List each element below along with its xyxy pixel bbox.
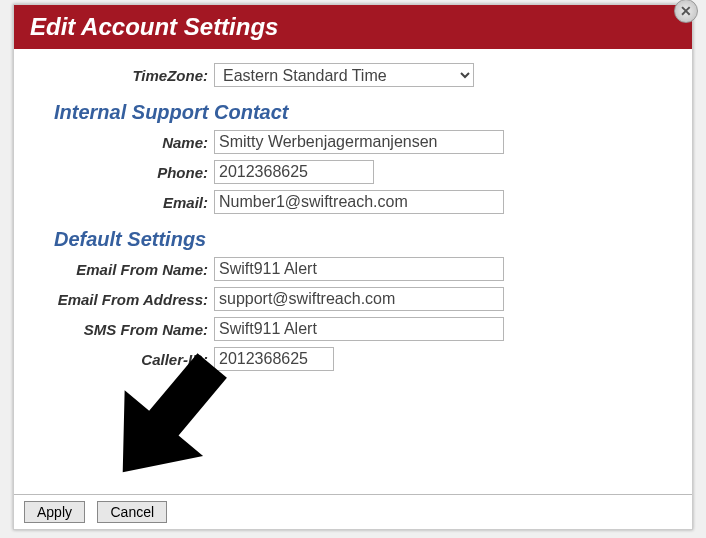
contact-phone-label: Phone:	[34, 164, 214, 181]
section-title-contact: Internal Support Contact	[54, 101, 672, 124]
smsfromname-input[interactable]	[214, 317, 504, 341]
callerid-label: Caller-ID:	[34, 351, 214, 368]
emailfromname-input[interactable]	[214, 257, 504, 281]
contact-name-label: Name:	[34, 134, 214, 151]
apply-button[interactable]: Apply	[24, 501, 85, 523]
contact-name-input[interactable]	[214, 130, 504, 154]
cancel-button[interactable]: Cancel	[97, 501, 167, 523]
dialog-footer: Apply Cancel	[14, 494, 692, 529]
emailfromname-label: Email From Name:	[34, 261, 214, 278]
emailfromaddr-input[interactable]	[214, 287, 504, 311]
close-icon[interactable]: ✕	[674, 0, 698, 23]
smsfromname-label: SMS From Name:	[34, 321, 214, 338]
contact-phone-input[interactable]	[214, 160, 374, 184]
dialog-title: Edit Account Settings	[14, 5, 692, 49]
callerid-input[interactable]	[214, 347, 334, 371]
emailfromaddr-label: Email From Address:	[34, 291, 214, 308]
timezone-select[interactable]: Eastern Standard Time	[214, 63, 474, 87]
contact-email-input[interactable]	[214, 190, 504, 214]
section-title-defaults: Default Settings	[54, 228, 672, 251]
dialog-content: TimeZone: Eastern Standard Time Internal…	[14, 49, 692, 387]
edit-account-settings-dialog: ✕ Edit Account Settings TimeZone: Easter…	[13, 4, 693, 530]
timezone-label: TimeZone:	[34, 67, 214, 84]
contact-email-label: Email:	[34, 194, 214, 211]
